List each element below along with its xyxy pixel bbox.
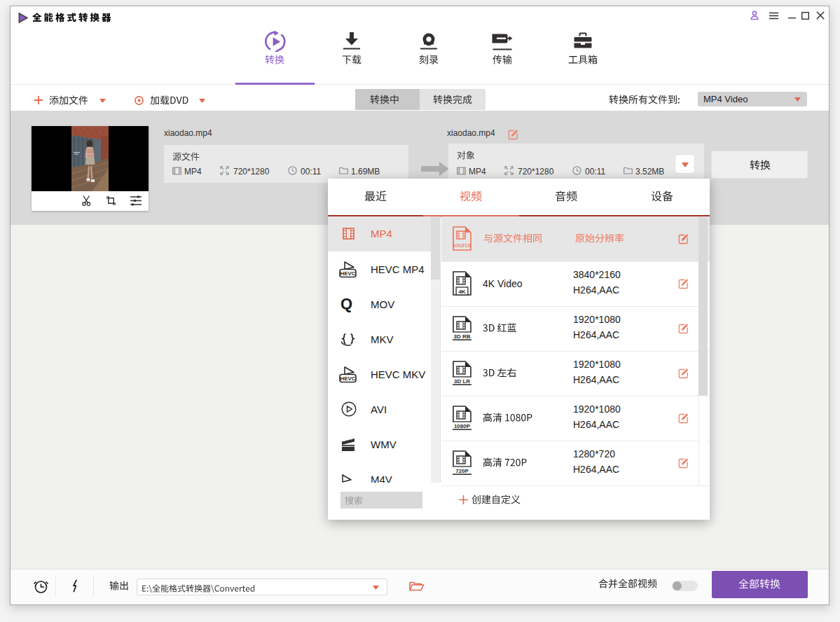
svg-text:3D LR: 3D LR [454, 378, 470, 385]
svg-text:HEVC: HEVC [340, 270, 355, 277]
svg-text:HEVC: HEVC [340, 375, 355, 382]
svg-text:4K: 4K [458, 289, 465, 295]
svg-text:1080P: 1080P [454, 423, 471, 429]
svg-text:3D RB: 3D RB [453, 333, 470, 340]
svg-text:720P: 720P [455, 468, 469, 474]
svg-text:source: source [453, 242, 471, 249]
